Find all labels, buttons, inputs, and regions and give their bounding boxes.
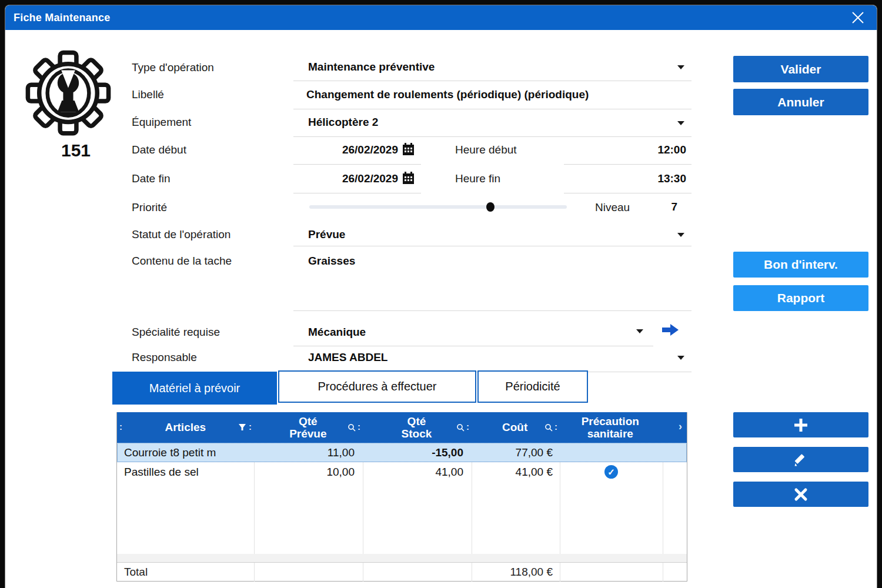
column-header-precaution[interactable]: Précaution sanitaire [559, 412, 662, 443]
search-icon[interactable] [456, 423, 465, 432]
precaution-check-icon[interactable]: ✓ [604, 465, 618, 479]
heure-fin-label: Heure fin [455, 172, 500, 185]
calendar-icon[interactable] [402, 171, 416, 185]
chevron-down-icon[interactable] [677, 65, 684, 69]
specialite-select[interactable]: Mécanique [308, 326, 366, 339]
table-row[interactable]: Courroie t8 petit m11,00-15,0077,00 € [117, 443, 687, 462]
valider-button[interactable]: Valider [733, 56, 868, 82]
search-icon[interactable] [544, 423, 553, 432]
chevron-down-icon[interactable] [677, 233, 684, 237]
table-body: Courroie t8 petit m11,00-15,0077,00 €Pas… [117, 443, 687, 562]
operation-id: 151 [41, 141, 111, 161]
chevron-down-icon[interactable] [677, 356, 684, 360]
table-footer-band [117, 554, 687, 562]
priorite-slider[interactable] [309, 205, 567, 209]
plus-icon [792, 416, 810, 434]
column-header-articles[interactable]: Articles [117, 412, 254, 443]
niveau-value: 7 [642, 201, 677, 213]
chevron-down-icon[interactable] [636, 329, 643, 333]
maintenance-gear-icon [24, 48, 112, 136]
table-header[interactable]: Articles Qté Prévue Qté Stock Coût Préca… [117, 412, 687, 443]
delete-row-button[interactable] [733, 482, 868, 507]
table-rows: Courroie t8 petit m11,00-15,0077,00 €Pas… [117, 443, 687, 482]
niveau-label: Niveau [595, 201, 630, 214]
heure-debut-label: Heure début [455, 143, 517, 156]
equipement-select[interactable]: Hélicoptère 2 [308, 116, 378, 129]
annuler-button[interactable]: Annuler [733, 89, 868, 115]
title-bar: Fiche Maintenance [5, 5, 877, 30]
priorite-slider-thumb[interactable] [486, 202, 495, 212]
libelle-input[interactable]: Changement de roulements (périodique) (p… [306, 88, 689, 101]
heure-debut-input[interactable]: 12:00 [593, 143, 686, 156]
total-row: Total 118,00 € [117, 562, 687, 581]
table-row[interactable]: Pastilles de sel10,0041,0041,00 €✓ [117, 462, 687, 482]
edit-row-button[interactable] [733, 447, 868, 472]
close-button[interactable] [843, 6, 873, 29]
statut-label: Statut de l'opération [132, 228, 230, 241]
filter-icon[interactable] [238, 423, 246, 432]
fiche-maintenance-window: Fiche Maintenance [5, 5, 877, 588]
responsable-select[interactable]: JAMES ABDEL [308, 351, 387, 364]
app-background: Fiche Maintenance [0, 0, 882, 588]
chevron-down-icon[interactable] [677, 121, 684, 125]
priorite-label: Priorité [132, 201, 167, 214]
date-debut-label: Date début [132, 143, 186, 156]
window-title: Fiche Maintenance [5, 12, 110, 24]
contenu-textarea[interactable]: Graisses [308, 255, 355, 268]
responsable-label: Responsable [132, 351, 197, 364]
materiel-table: Articles Qté Prévue Qté Stock Coût Préca… [116, 412, 687, 582]
date-fin-input[interactable]: 26/02/2029 [293, 172, 398, 185]
total-label: Total [117, 566, 247, 579]
x-icon [793, 486, 809, 503]
pencil-icon [793, 452, 809, 468]
calendar-icon[interactable] [402, 142, 416, 156]
date-fin-label: Date fin [132, 172, 170, 185]
type-operation-select[interactable]: Maintenance préventive [308, 61, 435, 74]
search-icon[interactable] [348, 423, 356, 432]
type-operation-label: Type d'opération [132, 61, 214, 74]
column-header-qte-prevue[interactable]: Qté Prévue [254, 412, 363, 443]
date-debut-input[interactable]: 26/02/2029 [293, 143, 398, 156]
column-header-qte-stock[interactable]: Qté Stock [362, 412, 471, 443]
tab-materiel-a-prevoir[interactable]: Matériel à prévoir [112, 372, 277, 405]
contenu-label: Contenu de la tache [132, 255, 232, 268]
total-value: 118,00 € [472, 566, 553, 579]
close-icon [850, 9, 866, 26]
add-row-button[interactable] [733, 412, 868, 437]
assign-arrow-icon[interactable] [661, 323, 680, 337]
bon-interv-button[interactable]: Bon d'interv. [733, 252, 868, 278]
tab-procedures-a-effectuer[interactable]: Procédures à effectuer [278, 370, 476, 403]
tab-periodicite[interactable]: Périodicité [477, 370, 588, 403]
statut-select[interactable]: Prévue [308, 228, 345, 241]
libelle-label: Libellé [132, 88, 164, 101]
heure-fin-input[interactable]: 13:30 [593, 172, 686, 185]
specialite-label: Spécialité requise [132, 326, 220, 339]
chevron-right-icon[interactable]: › [679, 420, 682, 433]
equipement-label: Équipement [132, 116, 191, 129]
rapport-button[interactable]: Rapport [733, 285, 868, 311]
